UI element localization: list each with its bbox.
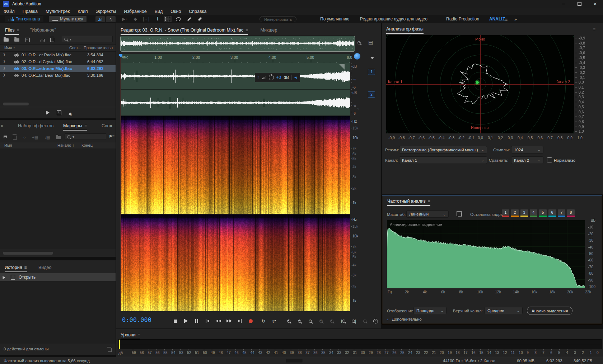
tab-history[interactable]: История≡: [5, 265, 27, 272]
insert-into-multitrack-icon[interactable]: [41, 38, 45, 42]
spectrogram-channel-1[interactable]: [121, 116, 350, 214]
frame-hold-button-2[interactable]: 2: [511, 209, 519, 215]
level-meter[interactable]: [118, 339, 602, 349]
gain-hud[interactable]: ⣿ +0 dB ➤: [255, 73, 300, 82]
waveform-corner-handle[interactable]: [339, 64, 345, 70]
workspace-2[interactable]: Редактирование аудио для видео: [360, 16, 427, 22]
skip-to-start-button[interactable]: [203, 318, 212, 324]
move-tool-icon[interactable]: ▶+: [121, 16, 128, 22]
time-display[interactable]: 0:00.000: [122, 316, 151, 323]
frame-hold-button-1[interactable]: 1: [502, 209, 509, 215]
tab-video[interactable]: Видео: [38, 265, 52, 270]
insert-into-playlist-icon[interactable]: +▤: [32, 135, 38, 140]
advanced-label[interactable]: Дополнительно: [392, 317, 422, 321]
channel-1-badge[interactable]: 1: [368, 69, 375, 75]
channel-select[interactable]: Канал 1⌄: [399, 156, 487, 164]
tab-cut[interactable]: к: [1, 123, 3, 128]
menu-item-8[interactable]: Окно: [170, 9, 181, 14]
hud-gain-value[interactable]: +0: [276, 75, 281, 80]
file-row-3[interactable]: ❯03. O.R...edroom Mix).flac6:02.293: [0, 65, 116, 72]
zoom-in-point-button[interactable]: ◂: [317, 318, 325, 324]
column-header-duration[interactable]: Продолжительн: [84, 46, 113, 50]
show-spectral-view-button[interactable]: ∿: [106, 16, 116, 22]
zoom-in-button[interactable]: +: [284, 318, 293, 324]
merge-markers-icon[interactable]: ⁘: [23, 136, 26, 140]
markers-column-start[interactable]: Начало ↑: [57, 143, 74, 147]
file-expand-chevron[interactable]: ❯: [3, 53, 6, 56]
workspace-1[interactable]: По умолчанию: [320, 16, 349, 22]
hud-pin-icon[interactable]: ➤: [293, 75, 299, 80]
file-row-2[interactable]: ❯02. O.R...d Crystal Mix).flac6:44.062: [0, 58, 116, 65]
scale-select[interactable]: Линейный⌄: [406, 211, 449, 218]
time-selection-tool-icon[interactable]: I: [154, 16, 162, 22]
frame-hold-button-3[interactable]: 3: [520, 209, 528, 215]
rewind-button[interactable]: [214, 318, 223, 324]
export-markers-icon[interactable]: ↓▤: [44, 135, 50, 140]
overview-strip[interactable]: [120, 36, 355, 52]
frame-hold-button-5[interactable]: 5: [539, 209, 547, 215]
maximize-button[interactable]: [571, 0, 587, 8]
tab-mixer[interactable]: Микшер: [261, 28, 277, 33]
waveform-editor-button[interactable]: Тип сигнала: [5, 16, 43, 22]
tab-favorites[interactable]: "Избранное": [30, 28, 56, 33]
samples-select[interactable]: 1024⌄: [511, 146, 543, 153]
import-file-icon[interactable]: [14, 38, 19, 42]
zoom-overview-icon[interactable]: ∿: [357, 39, 361, 46]
history-trash-icon[interactable]: [108, 348, 112, 352]
fast-forward-button[interactable]: [225, 318, 233, 324]
top-channel-select[interactable]: Среднее⌄: [485, 307, 523, 314]
delete-file-icon[interactable]: [50, 38, 54, 42]
frame-hold-button-4[interactable]: 4: [530, 209, 537, 215]
workspace-menu-icon[interactable]: ≡: [505, 17, 508, 22]
markers-overflow-chevron[interactable]: »: [110, 123, 112, 128]
markers-column-end[interactable]: Конец: [81, 143, 93, 147]
timeline-ruler[interactable]: чмс1:002:003:004:005:006:0: [121, 54, 350, 63]
file-expand-chevron[interactable]: ❯: [3, 66, 6, 70]
phase-panel-menu-icon[interactable]: ≡: [593, 27, 595, 32]
minimize-button[interactable]: [556, 0, 571, 8]
hud-grip-icon[interactable]: ⣿: [257, 76, 260, 79]
freq-panel-title[interactable]: Частотный анализ≡: [387, 199, 430, 206]
razor-tool-icon[interactable]: ◆: [131, 16, 139, 22]
multitrack-button[interactable]: Мультитрек: [49, 16, 87, 22]
frequency-graph[interactable]: Анализированое выделение: [387, 220, 585, 288]
history-item-open[interactable]: Открыть: [0, 273, 116, 281]
file-row-1[interactable]: ❯01. O.R...er Radio Mix).flac3:54.334: [0, 52, 116, 58]
markers-search-input[interactable]: ▾: [65, 133, 106, 140]
channel-2-badge[interactable]: 2: [368, 91, 375, 98]
add-marker-icon[interactable]: [4, 136, 7, 140]
tab-files[interactable]: Files≡: [5, 28, 19, 35]
frame-hold-button-7[interactable]: 7: [558, 209, 565, 215]
advanced-expander-chevron[interactable]: ›: [387, 317, 388, 321]
menu-item-4[interactable]: Клип: [78, 9, 88, 14]
zoom-selection-button[interactable]: ▫: [306, 318, 314, 324]
waveform-display[interactable]: [121, 63, 350, 115]
hud-toggle-icon[interactable]: [354, 53, 360, 60]
menu-item-2[interactable]: Правка: [23, 9, 38, 14]
marquee-selection-tool-icon[interactable]: [164, 16, 172, 22]
display-select[interactable]: Площадь⌄: [413, 307, 447, 314]
workspace-4[interactable]: ANALIZ: [489, 16, 505, 22]
tab-editor[interactable]: Редактор: 03. O.R.N. - Snow (The Origina…: [121, 28, 248, 35]
zoom-sel-left-button[interactable]: {: [339, 318, 347, 324]
compare-select[interactable]: Канал 2⌄: [511, 156, 543, 164]
files-loop-icon[interactable]: [57, 110, 61, 117]
batch-export-icon[interactable]: [56, 136, 61, 139]
workspace-overflow-chevron[interactable]: »: [514, 17, 517, 22]
tab-effects-rack[interactable]: Набор эффектов: [18, 123, 53, 128]
markers-column-name[interactable]: Имя: [4, 143, 12, 147]
stop-button[interactable]: [171, 318, 179, 324]
marker-list-toggle-icon[interactable]: ⚑=: [109, 134, 114, 139]
mode-select[interactable]: Гистограмма (Логарифмический масш.)⌄: [399, 146, 487, 153]
frame-hold-button-6[interactable]: 6: [548, 209, 556, 215]
column-header-name[interactable]: Имя ↑: [4, 46, 15, 50]
loop-playback-button[interactable]: ↻: [259, 318, 268, 324]
playhead-line[interactable]: [121, 54, 121, 311]
workspace-3[interactable]: Radio Production: [446, 16, 479, 22]
files-play-button[interactable]: [46, 110, 50, 115]
tab-markers[interactable]: Маркеры≡: [63, 123, 87, 131]
new-file-icon[interactable]: [25, 38, 30, 42]
tab-properties[interactable]: Сво: [102, 123, 109, 128]
copy-frame-icon[interactable]: [457, 211, 462, 216]
file-expand-chevron[interactable]: ❯: [3, 73, 6, 77]
